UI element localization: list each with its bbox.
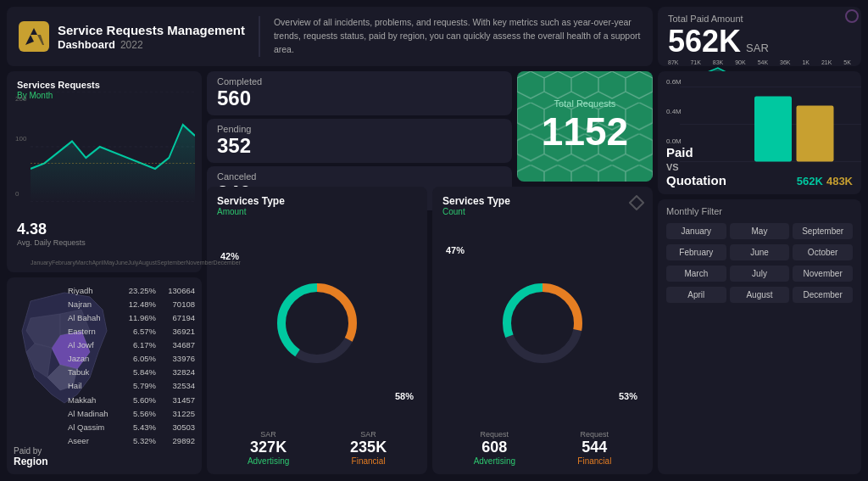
completed-value: 560	[217, 87, 502, 110]
center-panel: Completed 560 Pending 352 Canceled 240	[207, 71, 653, 474]
map-card: Riyadh23.25%130664Najran12.48%70108Al Ba…	[7, 277, 202, 475]
services-type-count-card: Services Type Count 47% 53%	[432, 187, 653, 474]
region-row: Hail5.79%32534	[68, 379, 195, 393]
region-row: Najran12.48%70108	[68, 298, 195, 311]
region-row: Aseer5.32%29892	[68, 434, 195, 448]
services-count-title: Services Type	[442, 195, 643, 207]
app-year: 2022	[120, 39, 143, 51]
y-max: 200	[15, 95, 26, 103]
services-type-amount-card: Services Type Amount 42%	[207, 187, 427, 474]
app-title: Service Requests Management	[58, 23, 245, 38]
months-grid: JanuaryMaySeptemberFebruaryJuneOctoberMa…	[666, 223, 853, 303]
month-button[interactable]: May	[730, 223, 790, 239]
logo-area: Service Requests Management Dashboard 20…	[19, 21, 245, 52]
avg-daily-value: 4.38	[17, 221, 86, 238]
x-axis-labels: JanuaryFebruaryMarchAprilMayJuneJulyAugu…	[31, 260, 195, 266]
quotation-value: 483K	[826, 175, 853, 187]
metrics-row: Completed 560 Pending 352 Canceled 240	[207, 71, 653, 182]
header-title: Service Requests Management Dashboard 20…	[58, 23, 245, 51]
region-row: Al Qassim5.43%30503	[68, 421, 195, 434]
month-button[interactable]: January	[666, 223, 726, 239]
region-row: Makkah5.60%31457	[68, 394, 195, 407]
region-row: Eastern6.57%36921	[68, 325, 195, 338]
month-button[interactable]: July	[730, 266, 790, 282]
y-min: 0	[15, 190, 19, 198]
canceled-label: Canceled	[217, 171, 502, 182]
advertising-count: Request 608 Advertising	[474, 430, 515, 466]
app-subtitle: Dashboard	[58, 38, 115, 51]
month-button[interactable]: November	[793, 266, 853, 282]
total-requests-value: 1152	[542, 109, 628, 154]
bar-chart-y-labels: 0.6M 0.4M 0.0M	[666, 78, 682, 145]
completed-label: Completed	[217, 76, 502, 87]
donut-amount-labels: SAR 327K Advertising SAR 235K Financial	[217, 430, 417, 466]
line-chart-title: Services Requests	[17, 80, 192, 90]
donuts-row: Services Type Amount 42%	[207, 187, 653, 474]
pending-label: Pending	[217, 124, 502, 134]
completed-card: Completed 560	[207, 71, 512, 115]
monthly-filter-title: Monthly Filter	[666, 206, 853, 216]
pvq-values: 562K 483K	[797, 175, 853, 187]
total-paid-currency: SAR	[746, 42, 769, 54]
donut-count-labels: Request 608 Advertising Request 544 Fina…	[442, 430, 643, 466]
region-row: Al Bahah11.96%67194	[68, 311, 195, 325]
pending-value: 352	[217, 134, 502, 158]
total-requests-label: Total Requests	[554, 98, 616, 109]
services-amount-subtitle: Amount	[217, 207, 417, 216]
header-description: Overview of all incidents, problems, and…	[259, 16, 641, 56]
region-row: Riyadh23.25%130664	[68, 284, 195, 298]
services-count-subtitle: Count	[442, 207, 643, 216]
sparkline-value-labels: 87K71K83K90K54K36K1K21K5K	[668, 59, 851, 65]
diamond-icon-count	[629, 195, 644, 214]
map-footer-label: Paid by Region	[14, 446, 48, 467]
region-table: Riyadh23.25%130664Najran12.48%70108Al Ba…	[68, 284, 195, 449]
total-paid-amount: 562K	[668, 24, 741, 59]
region-row: Al Madinah5.56%31225	[68, 407, 195, 421]
donut-count-area: 47% 53%	[442, 221, 643, 425]
donut-amount-svg	[270, 277, 364, 370]
line-chart-svg	[31, 92, 195, 202]
financial-amount: SAR 235K Financial	[350, 430, 387, 466]
logo-icon	[19, 21, 49, 52]
y-mid: 100	[15, 135, 26, 143]
bar-chart-card: 0.6M 0.4M 0.0M Paid VS Quotation	[658, 71, 861, 194]
region-row: Tabuk5.84%32824	[68, 366, 195, 379]
monthly-filter-card: Monthly Filter JanuaryMaySeptemberFebrua…	[658, 199, 861, 474]
status-metrics: Completed 560 Pending 352 Canceled 240	[207, 71, 512, 182]
svg-rect-21	[797, 106, 834, 162]
total-paid-label: Total Paid Amount	[668, 14, 851, 24]
left-panel: Services Requests By Month 4.38 Avg. Dai…	[7, 71, 202, 474]
region-row: Al Jowf6.17%34687	[68, 338, 195, 352]
month-button[interactable]: December	[793, 287, 853, 303]
pct-left-amount: 42%	[220, 251, 239, 261]
avg-daily-label: Avg. Daily Requests	[17, 238, 86, 247]
month-button[interactable]: October	[793, 244, 853, 260]
region-row: Jazan6.05%33976	[68, 352, 195, 366]
pct-left-count: 47%	[446, 245, 465, 255]
line-chart-card: Services Requests By Month 4.38 Avg. Dai…	[7, 71, 202, 272]
pending-card: Pending 352	[207, 119, 512, 163]
advertising-amount: SAR 327K Advertising	[248, 430, 289, 466]
financial-count: Request 544 Financial	[577, 430, 611, 466]
diamond-icon-amount	[844, 8, 860, 27]
svg-rect-0	[19, 21, 49, 52]
svg-marker-13	[630, 196, 643, 210]
donut-amount-area: 42% 58%	[217, 221, 417, 425]
month-button[interactable]: August	[730, 287, 790, 303]
month-button[interactable]: June	[730, 244, 790, 260]
pvq-label: Paid VS Quotation	[666, 146, 726, 188]
pct-right-count: 53%	[619, 391, 637, 401]
pct-right-amount: 58%	[395, 391, 414, 401]
paid-value: 562K	[797, 175, 823, 187]
donut-count-svg	[496, 277, 589, 370]
services-amount-title: Services Type	[217, 195, 417, 207]
month-button[interactable]: March	[666, 266, 726, 282]
svg-rect-20	[754, 97, 792, 162]
total-requests-card: Total Requests 1152	[517, 71, 653, 182]
svg-point-9	[846, 10, 858, 22]
month-button[interactable]: September	[793, 223, 853, 239]
month-button[interactable]: April	[666, 287, 726, 303]
total-paid-panel: Total Paid Amount 562K SAR 87K71K83K90K5…	[658, 7, 861, 66]
month-button[interactable]: February	[666, 244, 726, 260]
right-panel: 0.6M 0.4M 0.0M Paid VS Quotation	[658, 71, 861, 474]
